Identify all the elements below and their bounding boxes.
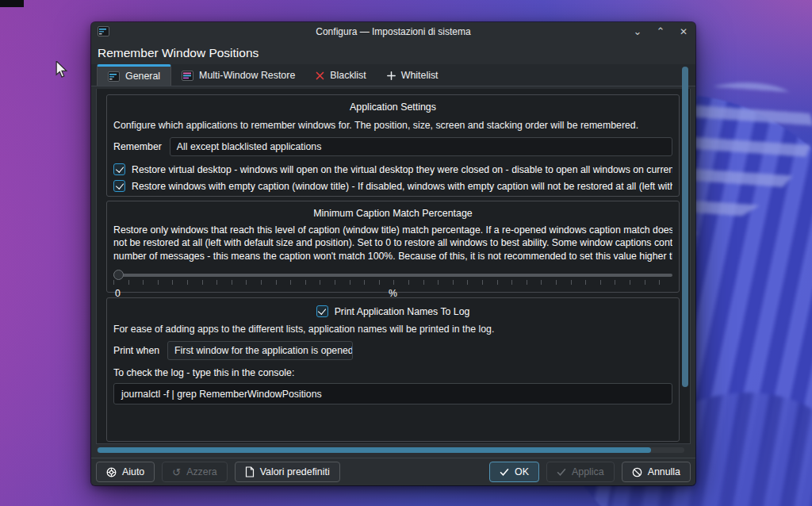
vertical-scrollbar-thumb[interactable] xyxy=(682,67,688,387)
check-icon xyxy=(557,468,566,477)
application-settings-description: Configure which applications to remember… xyxy=(113,120,672,131)
screen-corner-patch xyxy=(0,0,24,7)
tab-whitelist[interactable]: Whitelist xyxy=(377,65,449,86)
page-header: Remember Window Positions xyxy=(91,40,695,64)
help-button[interactable]: Aiuto xyxy=(96,462,155,482)
cancel-button[interactable]: Annulla xyxy=(622,462,691,482)
remember-row: Remember All except blacklisted applicat… xyxy=(113,137,672,156)
slider-ticks xyxy=(113,280,672,285)
tabbar: General Multi-Window Restore Blacklist xyxy=(91,64,695,86)
caption-match-group: Minimum Caption Match Percentage Restore… xyxy=(106,201,680,293)
group-title: Minimum Caption Match Percentage xyxy=(113,208,672,219)
close-icon[interactable]: ✕ xyxy=(678,27,689,36)
console-hint: To check the log - type this in the cons… xyxy=(113,367,672,378)
caption-match-slider[interactable]: 0 % xyxy=(113,274,672,301)
tab-label: Multi-Window Restore xyxy=(199,70,295,81)
maximize-icon[interactable]: ⌃ xyxy=(655,26,666,36)
horizontal-scrollbar-track[interactable] xyxy=(97,447,684,453)
button-label: OK xyxy=(515,466,529,477)
defaults-button[interactable]: Valori predefiniti xyxy=(235,462,340,482)
ok-button[interactable]: OK xyxy=(489,462,539,482)
slider-track[interactable] xyxy=(113,274,672,277)
print-names-row: Print Application Names To Log xyxy=(113,305,672,317)
tab-blacklist[interactable]: Blacklist xyxy=(305,65,376,86)
button-label: Applica xyxy=(572,466,604,477)
checkbox-label: Restore windows with empty caption (wind… xyxy=(132,181,672,192)
caption-match-text-line1: Restore only windows that reach this lev… xyxy=(113,224,672,236)
restore-empty-caption-checkbox[interactable] xyxy=(113,180,125,192)
checkbox-label: Restore virtual desktop - windows will o… xyxy=(132,164,672,175)
restore-virtual-desktop-checkbox[interactable] xyxy=(113,163,125,175)
window-controls: ⌄ ⌃ ✕ xyxy=(632,26,689,36)
minimize-icon[interactable]: ⌄ xyxy=(632,26,643,36)
caption-match-text-line2: not be restored at all (left with defaul… xyxy=(113,236,672,249)
button-label: Aiuto xyxy=(122,466,144,477)
logging-description: For ease of adding apps to the different… xyxy=(113,324,672,335)
caption-match-text-line3: number of messages - this means the capt… xyxy=(113,250,672,263)
restore-virtual-desktop-row: Restore virtual desktop - windows will o… xyxy=(113,163,672,175)
footer-buttonbar: Aiuto ↺ Azzera Valori predefiniti OK xyxy=(91,458,695,485)
console-command: journalctl -f | grep RememberWindowPosit… xyxy=(121,389,322,400)
settings-window: Configura — Impostazioni di sistema ⌄ ⌃ … xyxy=(91,22,695,485)
checkbox-label: Print Application Names To Log xyxy=(335,306,470,317)
undo-icon: ↺ xyxy=(172,467,181,477)
window-title: Configura — Impostazioni di sistema xyxy=(91,26,695,37)
button-label: Azzera xyxy=(186,466,217,477)
remember-label: Remember xyxy=(113,141,162,152)
print-when-combobox[interactable]: First window for the application is open… xyxy=(167,341,353,360)
tab-multi-window-restore[interactable]: Multi-Window Restore xyxy=(171,65,305,86)
tab-label: Blacklist xyxy=(330,70,366,81)
slider-handle[interactable] xyxy=(113,270,124,280)
app-icon xyxy=(98,26,109,36)
check-icon xyxy=(500,468,509,477)
remember-value: All except blacklisted applications xyxy=(177,141,322,152)
print-when-value: First window for the application is open… xyxy=(174,345,353,356)
tab-general[interactable]: General xyxy=(97,64,171,86)
plus-icon xyxy=(387,71,396,80)
print-names-checkbox[interactable] xyxy=(316,305,328,317)
reset-button[interactable]: ↺ Azzera xyxy=(162,462,227,482)
document-icon xyxy=(245,466,255,477)
content-viewport: Application Settings Configure which app… xyxy=(96,89,691,444)
mouse-cursor-icon xyxy=(55,61,69,79)
multi-window-icon xyxy=(182,71,193,81)
logging-group: Print Application Names To Log For ease … xyxy=(106,297,680,442)
remember-combobox[interactable]: All except blacklisted applications xyxy=(170,137,672,156)
prohibition-icon xyxy=(632,467,642,477)
apply-button[interactable]: Applica xyxy=(546,462,615,482)
help-icon xyxy=(106,467,117,477)
print-when-row: Print when First window for the applicat… xyxy=(113,341,672,360)
console-command-field[interactable]: journalctl -f | grep RememberWindowPosit… xyxy=(113,383,672,404)
titlebar[interactable]: Configura — Impostazioni di sistema ⌄ ⌃ … xyxy=(91,22,695,40)
group-title: Application Settings xyxy=(113,102,672,113)
tab-label: Whitelist xyxy=(401,70,439,81)
button-label: Valori predefiniti xyxy=(260,466,330,477)
red-x-icon xyxy=(316,71,324,80)
tab-label: General xyxy=(125,71,160,82)
restore-empty-caption-row: Restore windows with empty caption (wind… xyxy=(113,180,672,192)
application-settings-group: Application Settings Configure which app… xyxy=(106,94,680,197)
general-window-icon xyxy=(108,71,120,82)
horizontal-scrollbar-thumb[interactable] xyxy=(98,447,651,453)
button-label: Annulla xyxy=(648,466,680,477)
page-title: Remember Window Positions xyxy=(98,46,689,60)
print-when-label: Print when xyxy=(113,345,159,356)
